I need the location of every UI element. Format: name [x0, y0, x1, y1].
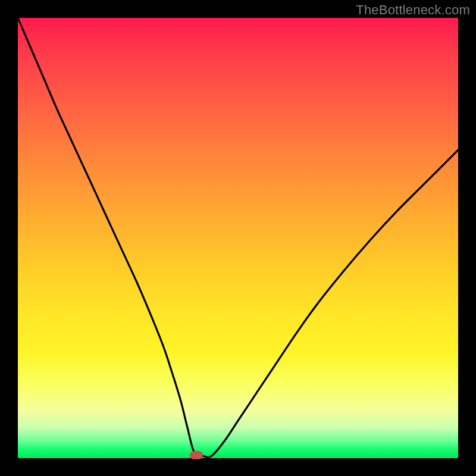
bottleneck-curve: [18, 18, 458, 458]
watermark-text: TheBottleneck.com: [356, 2, 470, 18]
plot-area: [18, 18, 458, 458]
chart-frame: TheBottleneck.com: [0, 0, 476, 476]
optimal-point-marker: [190, 451, 203, 459]
